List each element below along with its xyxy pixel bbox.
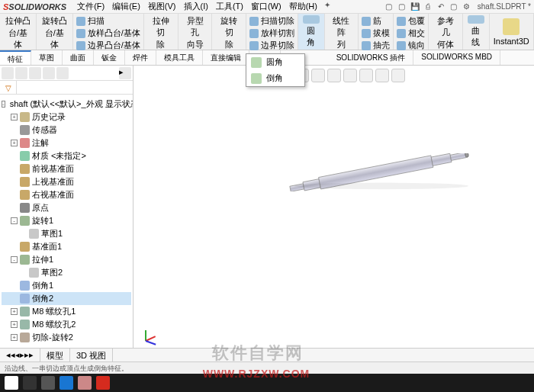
tree-item[interactable]: 倒角2 bbox=[2, 292, 131, 305]
save-icon[interactable]: 💾 bbox=[410, 2, 420, 12]
tree-item[interactable]: 草图1 bbox=[2, 227, 131, 240]
axis-z-icon bbox=[146, 340, 156, 345]
print-icon[interactable]: ⎙ bbox=[423, 2, 433, 12]
tree-item[interactable]: +切除-旋转2 bbox=[2, 331, 131, 344]
view-orient-icon[interactable] bbox=[311, 69, 325, 82]
expand-icon[interactable]: - bbox=[11, 256, 18, 263]
view-hide-icon[interactable] bbox=[359, 69, 373, 82]
taskbar-search-icon[interactable] bbox=[23, 376, 37, 390]
draft-button[interactable]: 拔模 bbox=[362, 27, 390, 39]
shell-button[interactable]: 抽壳 bbox=[362, 40, 390, 51]
expand-icon[interactable]: + bbox=[11, 321, 18, 328]
menu-help[interactable]: 帮助(H) bbox=[286, 0, 320, 14]
wrap-button[interactable]: 包覆 bbox=[397, 15, 425, 27]
tree-item[interactable]: 基准面1 bbox=[2, 240, 131, 253]
dropdown-chamfer[interactable]: 倒角 bbox=[246, 70, 304, 86]
view-display-icon[interactable] bbox=[327, 69, 341, 82]
tree-item[interactable]: -旋转1 bbox=[2, 214, 131, 227]
sheet-nav[interactable]: ◂◂◂▸▸▸ bbox=[0, 349, 40, 361]
tab-mbd[interactable]: SOLIDWORKS MBD bbox=[413, 50, 500, 65]
menu-edit[interactable]: 编辑(E) bbox=[109, 0, 143, 14]
extrude-cut-button[interactable]: 拉伸切除 bbox=[144, 14, 179, 50]
sb-ico-3[interactable] bbox=[29, 67, 41, 79]
expand-icon[interactable]: + bbox=[11, 308, 18, 315]
tree-item[interactable]: 右视基准面 bbox=[2, 188, 131, 201]
view-appear-icon[interactable] bbox=[375, 69, 389, 82]
tab-directedit[interactable]: 直接编辑 bbox=[203, 50, 249, 65]
options-icon[interactable]: ⚙ bbox=[462, 2, 472, 12]
view-settings-icon[interactable] bbox=[391, 69, 405, 82]
tab-mold[interactable]: 模具工具 bbox=[156, 50, 203, 65]
hole-wizard-button[interactable]: 异型孔向导 bbox=[179, 14, 213, 50]
sb-ico-1[interactable] bbox=[2, 67, 14, 79]
tree-root[interactable]: -shaft (默认<<默认>_外观 显示状态>) bbox=[2, 98, 131, 111]
menu-view[interactable]: 视图(V) bbox=[145, 0, 179, 14]
instant3d-button[interactable]: Instant3D bbox=[490, 14, 534, 50]
open-icon[interactable]: ▢ bbox=[397, 2, 407, 12]
tree-item[interactable]: +历史记录 bbox=[2, 111, 131, 124]
sweep-cut-button[interactable]: 扫描切除 bbox=[249, 15, 294, 27]
sb-ico-2[interactable] bbox=[15, 67, 27, 79]
linear-pattern-button[interactable]: 线性阵列 bbox=[325, 14, 359, 50]
sb-ico-4[interactable] bbox=[43, 67, 55, 79]
tab-surface[interactable]: 曲面 bbox=[63, 50, 94, 65]
boundary-cut-button[interactable]: 边界切除 bbox=[249, 40, 294, 51]
edge-icon[interactable] bbox=[60, 376, 73, 390]
tab-plugins[interactable]: SOLIDWORKS 插件 bbox=[329, 50, 414, 65]
rebuild-icon[interactable]: ▢ bbox=[449, 2, 459, 12]
sweep-button[interactable]: 扫描 bbox=[76, 15, 140, 27]
sbt-filter-icon[interactable]: ▽ bbox=[0, 81, 17, 95]
ref-geom-button[interactable]: 参考几何体 bbox=[429, 14, 463, 50]
boundary-button[interactable]: 边界凸台/基体 bbox=[76, 40, 140, 51]
loft-button[interactable]: 放样凸台/基体 bbox=[76, 27, 140, 39]
tree-item[interactable]: 草图2 bbox=[2, 266, 131, 279]
revolve-cut-button[interactable]: 旋转切除 bbox=[212, 14, 246, 50]
undo-icon[interactable]: ↶ bbox=[436, 2, 446, 12]
expand-icon[interactable]: + bbox=[11, 334, 18, 341]
viewport[interactable] bbox=[134, 66, 534, 371]
sheet-3dview[interactable]: 3D 视图 bbox=[70, 349, 113, 361]
solidworks-icon[interactable] bbox=[96, 376, 110, 390]
mirror-button[interactable]: 镜向 bbox=[397, 40, 425, 51]
tree-item[interactable]: +M8 螺纹孔2 bbox=[2, 318, 131, 331]
expand-icon[interactable]: + bbox=[11, 140, 18, 146]
intersect-button[interactable]: 相交 bbox=[397, 27, 425, 39]
sb-ico-6[interactable]: ▸ bbox=[119, 67, 131, 79]
tab-sheetmetal[interactable]: 钣金 bbox=[94, 50, 125, 65]
tree-item[interactable]: 上视基准面 bbox=[2, 175, 131, 188]
tab-sketch[interactable]: 草图 bbox=[31, 50, 63, 65]
tree-item[interactable]: 材质 <未指定> bbox=[2, 149, 131, 162]
tree-item[interactable]: +M8 螺纹孔1 bbox=[2, 305, 131, 318]
menu-file[interactable]: 文件(F) bbox=[74, 0, 108, 14]
menu-insert[interactable]: 插入(I) bbox=[181, 0, 211, 14]
rib-button[interactable]: 筋 bbox=[362, 15, 390, 27]
fillet-button[interactable]: 圆角 bbox=[298, 14, 324, 50]
tab-weldments[interactable]: 焊件 bbox=[125, 50, 156, 65]
view-scene-icon[interactable] bbox=[343, 69, 357, 82]
extrude-boss-button[interactable]: 拉伸凸台/基体 bbox=[0, 14, 37, 50]
tree-item[interactable]: -拉伸1 bbox=[2, 253, 131, 266]
loft-cut-button[interactable]: 放样切割 bbox=[249, 27, 294, 39]
orientation-triad[interactable] bbox=[140, 325, 162, 348]
start-button-icon[interactable] bbox=[5, 376, 18, 390]
sheet-model[interactable]: 模型 bbox=[40, 349, 70, 361]
expand-icon[interactable]: + bbox=[11, 114, 18, 120]
tab-features[interactable]: 特征 bbox=[0, 50, 31, 65]
tree-item[interactable]: 倒角1 bbox=[2, 279, 131, 292]
tree-item[interactable]: 传感器 bbox=[2, 124, 131, 137]
tree-item[interactable]: 原点 bbox=[2, 201, 131, 214]
new-icon[interactable]: ▢ bbox=[384, 2, 394, 12]
menu-tools[interactable]: 工具(T) bbox=[213, 0, 246, 14]
revolve-boss-button[interactable]: 旋转凸台/基体 bbox=[37, 14, 73, 50]
expand-icon[interactable]: - bbox=[11, 217, 18, 224]
dropdown-fillet[interactable]: 圆角 bbox=[246, 54, 304, 70]
sb-ico-5[interactable] bbox=[56, 67, 69, 79]
curves-button[interactable]: 曲线 bbox=[463, 14, 489, 50]
taskview-icon[interactable] bbox=[41, 376, 55, 390]
folder-icon[interactable] bbox=[78, 376, 92, 390]
help-icon[interactable]: ✦ bbox=[322, 0, 333, 10]
tree-label: 旋转1 bbox=[32, 215, 53, 227]
tree-item[interactable]: 前视基准面 bbox=[2, 162, 131, 175]
tree-item[interactable]: +注解 bbox=[2, 137, 131, 149]
menu-window[interactable]: 窗口(W) bbox=[248, 0, 285, 14]
